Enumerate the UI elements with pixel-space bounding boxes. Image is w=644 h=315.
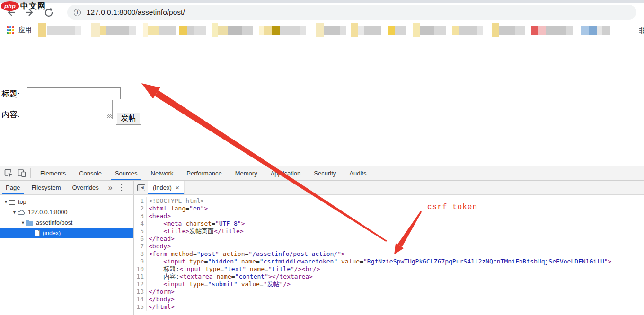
code-text: </head> — [146, 235, 175, 243]
more-tabs-chevron[interactable]: » — [105, 181, 116, 194]
apps-grid-dot — [9, 26, 11, 28]
browser-window: i 127.0.0.1:8000/assetinfo/post/ 应用 非 ph… — [0, 0, 644, 315]
line-number: 14 — [134, 296, 146, 303]
code-text: </body> — [146, 296, 175, 303]
bookmarks-bar: 应用 非 — [0, 22, 644, 39]
devtools-tab-memory[interactable]: Memory — [229, 166, 264, 180]
content-label: 内容: — [1, 109, 20, 120]
cloud-icon — [18, 210, 25, 215]
devtools-tab-bar: ElementsConsoleSourcesNetworkPerformance… — [0, 166, 644, 181]
apps-label[interactable]: 应用 — [18, 26, 32, 35]
devtools-tab-security[interactable]: Security — [307, 166, 343, 180]
code-text: <!DOCTYPE html> — [146, 197, 204, 205]
bookmark-blur-segment — [228, 26, 242, 35]
bookmark-blur-segment — [91, 23, 100, 37]
bookmark-blur-segment — [148, 26, 159, 35]
toggle-navigator-icon[interactable]: ◀ — [134, 181, 148, 194]
bookmark-blur-segment — [452, 26, 459, 35]
bookmark-blur-segment — [589, 26, 597, 35]
bookmark-blur-segment — [280, 26, 300, 35]
kebab-menu-icon[interactable] — [116, 181, 127, 194]
submit-post-button[interactable]: 发帖 — [116, 112, 141, 125]
code-text: 内容:<textarea name="content"></textarea> — [146, 273, 313, 280]
bookmark-blur-segment — [100, 26, 106, 35]
device-toolbar-icon[interactable] — [15, 166, 28, 180]
folder-icon — [26, 221, 33, 226]
apps-grid-dot — [12, 32, 14, 34]
bookmark-blur-segment — [75, 26, 81, 35]
navigator-tab-filesystem[interactable]: Filesystem — [26, 181, 66, 194]
bookmark-blur-segment — [143, 23, 148, 37]
code-line-9: 9 <input type="hidden" name="csrfmiddlew… — [134, 258, 644, 265]
tree-item-label: top — [18, 199, 26, 205]
bookmark-blur-segment — [602, 26, 610, 35]
code-text: 标题:<input type="text" name="title"/><br/… — [146, 265, 320, 273]
inspect-element-icon[interactable] — [2, 166, 15, 180]
apps-grid-dot — [12, 26, 14, 28]
expand-caret-icon[interactable]: ▼ — [3, 200, 9, 204]
bookmark-blur-segment — [358, 26, 364, 35]
bookmark-blur-segment — [259, 26, 264, 35]
browser-toolbar: i 127.0.0.1:8000/assetinfo/post/ — [0, 3, 644, 22]
expand-caret-icon[interactable]: ▼ — [20, 220, 26, 225]
bookmark-blur-segment — [566, 26, 573, 35]
close-tab-icon[interactable]: × — [176, 184, 179, 192]
devtools-panel: ElementsConsoleSourcesNetworkPerformance… — [0, 166, 644, 315]
bookmark-blur-segment — [459, 26, 477, 35]
code-text: <input type="hidden" name="csrfmiddlewar… — [146, 258, 611, 265]
navigator-tab-overrides[interactable]: Overrides — [67, 181, 105, 194]
expand-caret-icon[interactable]: ▼ — [11, 210, 18, 215]
bookmark-blur-segment — [364, 26, 381, 35]
page-info-icon[interactable]: i — [74, 9, 81, 16]
navigator-tab-page[interactable]: Page — [0, 181, 26, 194]
devtools-tab-audits[interactable]: Audits — [343, 166, 373, 180]
tree-item-127-0-0-1-8000[interactable]: ▼127.0.0.1:8000 — [0, 207, 133, 218]
editor-tab-bar: ◀ (index) × — [134, 181, 644, 194]
tree-item-top[interactable]: ▼top — [0, 197, 133, 207]
devtools-tab-elements[interactable]: Elements — [34, 166, 72, 180]
devtools-tab-console[interactable]: Console — [72, 166, 108, 180]
bookmark-blur-segment — [597, 26, 602, 35]
line-number: 9 — [134, 258, 146, 265]
devtools-tab-sources[interactable]: Sources — [108, 166, 144, 180]
code-line-13: 13</form> — [134, 288, 644, 296]
sources-body: ▼top▼127.0.0.1:8000▼assetinfo/post(index… — [0, 195, 644, 315]
devtools-tab-application[interactable]: Application — [264, 166, 308, 180]
tree-item-label: (index) — [43, 230, 61, 236]
bookmark-blur-segment — [212, 23, 218, 37]
line-number: 1 — [134, 197, 146, 205]
apps-grid-icon[interactable] — [7, 26, 14, 34]
device-phone-icon — [18, 169, 26, 177]
line-number: 2 — [134, 205, 146, 212]
bookmark-blur-segment — [538, 26, 546, 35]
title-input[interactable] — [27, 88, 121, 99]
bookmark-blur-segment — [179, 26, 187, 35]
bookmark-blur-segment — [546, 26, 566, 35]
bookmark-partial-text: 非 — [639, 26, 644, 35]
line-number: 8 — [134, 250, 146, 258]
devtools-tab-performance[interactable]: Performance — [180, 166, 228, 180]
bookmark-blur-segment — [159, 26, 176, 35]
line-number: 15 — [134, 303, 146, 311]
code-line-1: 1<!DOCTYPE html> — [134, 197, 644, 205]
line-number: 12 — [134, 280, 146, 288]
content-textarea[interactable] — [27, 100, 113, 119]
tree-item-assetinfo-post[interactable]: ▼assetinfo/post — [0, 218, 133, 228]
address-bar[interactable]: i 127.0.0.1:8000/assetinfo/post/ — [67, 5, 636, 20]
line-number: 3 — [134, 212, 146, 220]
tree-item--index-[interactable]: (index) — [0, 228, 133, 238]
code-text: <meta charset="UTF-8"> — [146, 220, 245, 228]
editor-tab-index[interactable]: (index) × — [148, 181, 185, 194]
bookmark-blur-segment — [218, 26, 228, 35]
title-label: 标题: — [1, 88, 20, 99]
line-number: 11 — [134, 273, 146, 280]
bookmark-blur-segment — [300, 26, 306, 35]
panel-collapse-icon: ◀ — [137, 184, 145, 191]
code-text: <head> — [146, 212, 171, 220]
bookmark-blur-segment — [129, 26, 136, 35]
bookmark-blur-segment — [272, 26, 280, 35]
code-line-4: 4 <meta charset="UTF-8"> — [134, 220, 644, 228]
devtools-tab-network[interactable]: Network — [144, 166, 180, 180]
bookmark-blur-segment — [499, 26, 515, 35]
devtools-tabs: ElementsConsoleSourcesNetworkPerformance… — [34, 166, 373, 180]
